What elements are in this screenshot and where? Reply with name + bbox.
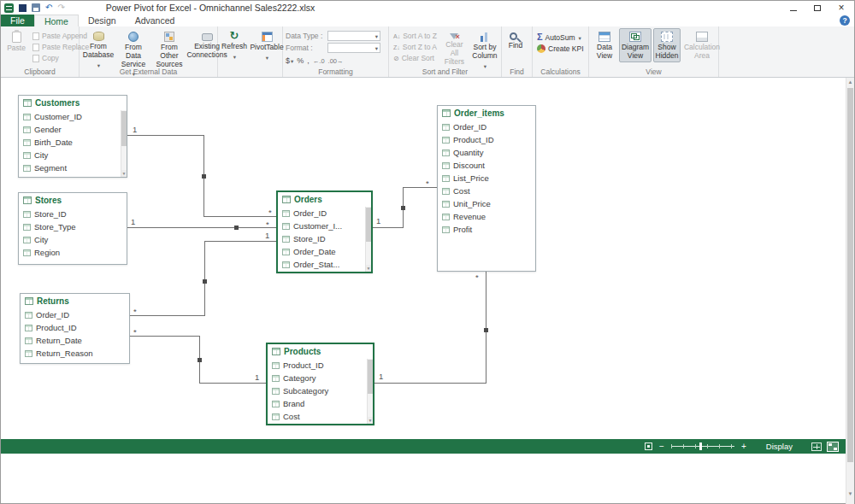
diagram-table-customers[interactable]: Customers Customer_IDGenderBirth_DateCit… (18, 95, 127, 178)
table-field-row[interactable]: Product_ID (21, 321, 129, 334)
table-field-row[interactable]: Subcategory (268, 384, 373, 397)
tab-home[interactable]: Home (34, 15, 79, 26)
clear-all-filters-button[interactable]: Clear All Filters (440, 28, 469, 67)
percent-format-button[interactable]: % (297, 56, 304, 65)
table-field-row[interactable]: Customer_ID (19, 110, 127, 123)
statusbar-data-view-icon[interactable] (811, 442, 822, 451)
table-field-row[interactable]: Brand (268, 397, 373, 410)
calculation-area-button[interactable]: Calculation Area (682, 28, 722, 62)
table-header[interactable]: Returns (21, 294, 129, 308)
autosum-button[interactable]: ΣAutoSum (535, 32, 586, 43)
currency-format-button[interactable]: $ (286, 56, 293, 65)
increase-decimal-icon[interactable] (313, 56, 325, 65)
table-field-row[interactable]: Birth_Date (19, 136, 127, 149)
show-hidden-button[interactable]: Show Hidden (653, 28, 681, 62)
table-field-row[interactable]: Order_Stat... (278, 258, 371, 271)
fit-to-window-icon[interactable] (645, 442, 652, 450)
table-field-row[interactable]: Return_Reason (21, 347, 129, 360)
scroll-up-icon[interactable]: ▲ (846, 78, 854, 87)
diagram-canvas[interactable]: Customers Customer_IDGenderBirth_DateCit… (1, 78, 847, 439)
diagram-table-products[interactable]: Products Product_IDCategorySubcategoryBr… (266, 343, 374, 425)
table-field-row[interactable]: Order_ID (438, 120, 535, 133)
from-other-sources-button[interactable]: From Other Sources (152, 28, 186, 70)
tab-advanced[interactable]: Advanced (126, 15, 185, 26)
scroll-down-icon[interactable] (368, 417, 373, 424)
tab-file[interactable]: File (1, 15, 34, 26)
decrease-decimal-icon[interactable] (328, 56, 344, 65)
relationship-line-returns-orders[interactable] (130, 241, 276, 315)
data-type-dropdown[interactable] (327, 31, 380, 41)
relationship-midpoint-marker[interactable] (202, 174, 206, 179)
table-field-row[interactable]: Store_Type (19, 220, 127, 233)
pivottable-button[interactable]: PivotTable (250, 28, 284, 64)
table-field-row[interactable]: Cost (268, 410, 373, 423)
help-icon[interactable]: ? (840, 15, 850, 26)
relationship-midpoint-marker[interactable] (234, 226, 239, 230)
table-header[interactable]: Products (268, 344, 373, 359)
sort-a-to-z-button[interactable]: Sort A to Z (392, 31, 439, 41)
diagram-table-stores[interactable]: Stores Store_IDStore_TypeCityRegion (18, 192, 127, 265)
table-field-row[interactable]: Profit (438, 223, 535, 236)
save-icon[interactable] (32, 3, 40, 12)
scroll-down-icon[interactable] (366, 265, 371, 272)
table-field-row[interactable]: Gender (19, 123, 127, 136)
table-field-row[interactable]: Quantity (438, 146, 535, 159)
relationship-midpoint-marker[interactable] (198, 358, 202, 362)
sort-by-column-button[interactable]: Sort by Column (470, 28, 499, 72)
diagram-table-orders[interactable]: Orders Order_IDCustomer_I...Store_IDOrde… (276, 190, 373, 273)
clear-sort-button[interactable]: Clear Sort (392, 53, 439, 63)
redo-icon[interactable]: ↷ (57, 3, 64, 12)
table-field-row[interactable]: Category (268, 372, 373, 384)
table-field-row[interactable]: Revenue (438, 210, 535, 223)
scroll-down-icon[interactable] (121, 170, 127, 177)
table-field-row[interactable]: Discount (438, 159, 535, 172)
table-header[interactable]: Order_items (438, 106, 535, 120)
table-field-row[interactable]: City (19, 233, 127, 246)
table-scrollbar[interactable] (367, 359, 373, 424)
maximize-button[interactable] (811, 2, 823, 14)
scroll-down-icon[interactable]: ▼ (846, 489, 854, 499)
undo-icon[interactable]: ↶ (45, 3, 52, 12)
relationship-midpoint-marker[interactable] (401, 206, 405, 210)
table-field-row[interactable]: Store_ID (278, 232, 371, 245)
powerpivot-window-icon[interactable] (19, 4, 27, 12)
table-field-row[interactable]: Cost (438, 185, 535, 197)
table-header[interactable]: Orders (278, 192, 371, 207)
statusbar-diagram-view-icon[interactable] (827, 442, 839, 452)
scrollbar-thumb[interactable] (847, 88, 853, 462)
table-header[interactable]: Customers (19, 96, 127, 110)
table-field-row[interactable]: Product_ID (438, 133, 535, 146)
zoom-out-button[interactable]: − (658, 442, 665, 451)
diagram-table-order-items[interactable]: Order_items Order_IDProduct_IDQuantityDi… (437, 105, 536, 272)
diagram-table-returns[interactable]: Returns Order_IDProduct_IDReturn_DateRet… (20, 293, 130, 364)
scrollbar-thumb[interactable] (121, 111, 127, 146)
tab-design[interactable]: Design (79, 15, 126, 26)
table-header[interactable]: Stores (19, 193, 127, 208)
table-field-row[interactable]: Store_ID (19, 208, 127, 220)
create-kpi-button[interactable]: Create KPI (535, 44, 586, 54)
minimize-button[interactable] (787, 2, 799, 14)
table-field-row[interactable]: Segment (19, 161, 127, 174)
scrollbar-thumb[interactable] (368, 360, 373, 394)
table-field-row[interactable]: City (19, 149, 127, 161)
refresh-button[interactable]: ↻ Refresh (221, 28, 248, 63)
find-button[interactable]: Find (504, 28, 527, 52)
table-field-row[interactable]: Product_ID (268, 359, 373, 372)
relationship-line-products-orderitems[interactable] (374, 272, 486, 383)
zoom-slider[interactable] (671, 442, 734, 451)
table-scrollbar[interactable] (121, 110, 127, 177)
data-view-button[interactable]: Data View (592, 28, 617, 62)
paste-button[interactable]: Paste (3, 28, 29, 55)
vertical-scrollbar[interactable]: ▲ ▼ (846, 78, 854, 499)
relationship-midpoint-marker[interactable] (203, 279, 207, 284)
table-field-row[interactable]: Order_Date (278, 245, 371, 258)
table-field-row[interactable]: Order_ID (21, 308, 129, 321)
close-button[interactable]: × (835, 2, 847, 14)
zoom-in-button[interactable]: + (740, 442, 747, 451)
table-scrollbar[interactable] (365, 207, 371, 272)
format-dropdown[interactable] (327, 43, 380, 53)
table-field-row[interactable]: Unit_Price (438, 197, 535, 210)
relationship-midpoint-marker[interactable] (484, 328, 488, 332)
table-field-row[interactable]: Customer_I... (278, 220, 371, 232)
from-database-button[interactable]: From Database (82, 28, 115, 71)
